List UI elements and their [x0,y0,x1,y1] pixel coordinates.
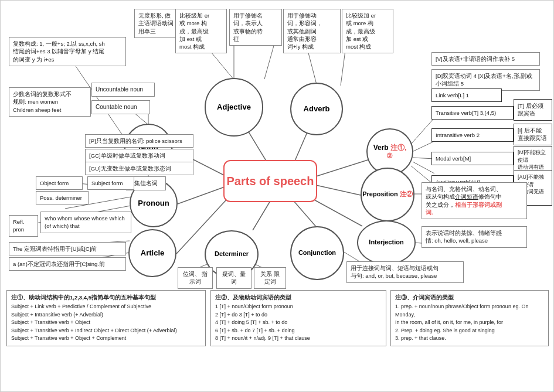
note1-title: 注①、助动词结构中的1,2,3,4,5指简单句的五种基本句型 [11,294,201,302]
note3-title: 注③、介词宾语的类型 [395,294,544,302]
the-note-box: The 定冠词表特指用于[U]或[C]前 [9,242,126,255]
center-node: Parts of speech [223,160,317,202]
intransitive-box: Intransitive verb 2 [431,128,514,142]
article-node: Article [128,229,176,277]
p-note-box: [P]只当复数用的名词: police scissors [85,134,193,148]
note2-line3: 4 [T] + doing 5 [T] + sb. + to do [215,319,382,327]
interj-desc-box: 表示说话时的某惊、情绪等惑情: oh, hello, well, please [422,226,527,248]
a-an-note-box: a (an)不定冠词表还指用于[C]sing.前 [9,257,126,271]
note2-line2: 2 [T] + do 3 [T] + to do [215,311,382,319]
conjunction-node: Conjunction [290,226,344,280]
gu-note-box: [GU]无变数主做单或复数形态词 [85,162,193,175]
note2-box: 注②、及物助动词宾语的类型 1 [T] + noun/Object form p… [210,290,386,346]
det-sub2-box: 疑词、量词 [216,267,251,289]
link-verb-box: Link verb[L] 1 [431,88,502,102]
transitive-box: Transitive verb[T] 3,(4,5) [431,106,514,120]
adj-comparative-box: 比较级加 er或 more 构成，最高级加 est 或most 构成 [175,9,227,53]
conj-desc-box: 用于连接词与词、短语与短语或句与句: and, or, but, because… [346,261,464,283]
few-plural-box: 少数名词的复数形式不规则: men womenChildren sheep fe… [9,87,91,117]
note1-line1: Subject + Link verb + Predictive / Compl… [11,303,201,311]
refl-pron-box: Refl. pron [9,215,38,237]
preposition-node: Preposition 注② [361,168,414,221]
note2-line1: 1 [T] + noun/Object form pronoun [215,303,382,311]
adv-comparative-box: 比较级加 er或 more 构成，最高级加 est 或most 构成 [342,9,393,53]
adverb-node: Adverb [290,83,343,135]
countable-box: Countable noun [91,100,150,114]
t-note-box: [T] 后必须跟宾语 [514,99,552,121]
dx-pattern-box: [D]双宾语动词 4 [X]及表语+名,形,副或小词组结 5 [431,69,540,91]
svg-line-8 [314,200,362,226]
plural-forms-box: 复数构成: 1, 一般+s; 2.以 ss,x,ch, sh结尾的词+es 3.… [9,37,126,66]
v-pattern-box: [V]及表语+非谓语的词作表补 5 [431,52,540,66]
center-label: Parts of speech [227,174,314,188]
note1-line5: Subject + Transitive verb + Object + Com… [11,335,201,343]
svg-line-20 [412,141,434,152]
note2-line4: 6 [T] + sb. + do 7 [T] + sb. + doing [215,327,382,335]
note2-title: 注②、及物助动词宾语的类型 [215,294,382,302]
note3-line4: 3. prep. + that clause. [395,335,544,343]
gc-note-box: [GC]单级时做单或复数形动词 [85,149,193,162]
svg-line-4 [178,187,225,204]
note1-line3: Subject + Transitive verb + Object [11,319,201,327]
note1-box: 注①、助动词结构中的1,2,3,4,5指简单句的五种基本句型 Subject +… [6,290,206,346]
det-sub1-box: 位词、 指示词 [178,267,213,289]
mind-map-canvas: Parts of speech Adjective Adverb Noun Ve… [0,0,554,392]
uncountable-box: Uncountable noun [91,83,155,97]
note1-line4: Subject + Transitive verb + Indirect Obj… [11,327,201,335]
svg-line-9 [253,201,270,230]
note3-line1: 1. prep. + noun/noun phrase/Object form … [395,303,544,319]
note3-box: 注③、介词宾语的类型 1. prep. + noun/noun phrase/O… [390,290,549,346]
svg-line-19 [411,118,434,144]
prep-desc-box: 与名词、充格代词、动名词、或从句构成介词短语修饰句中关之成分，相当于形容词或副词… [422,182,527,219]
adv-modify-box: 用于修饰动词，形容词，或其他副词通常由形容词+ly 构成 [283,9,341,53]
adjective-node: Adjective [205,78,263,137]
note1-line2: Subject + Intransitive verb (+ Adverbial… [11,311,201,319]
modal-box: Modal verb[M] [431,152,514,165]
i-note-box: [I] 后不能直接跟宾语 [514,124,552,145]
interjection-node: Interjection [357,220,416,265]
svg-line-7 [294,201,317,228]
who-whom-box: Who whom whose whose Which (of which) th… [40,212,131,233]
poss-det-box: Poss. determiner [36,191,89,204]
det-sub3-box: 关系 限定词 [254,267,286,289]
subj-form-box: Subject form [87,176,134,190]
svg-line-16 [264,42,275,79]
obj-form-box: Object form [36,176,83,190]
svg-line-5 [316,185,361,195]
note3-line3: 2. Prep. + doing eg. She is good at sing… [395,327,544,335]
note3-line2: In the room, all of it, on it, for me, i… [395,319,544,327]
note2-line5: 8 [T] + noun/it + n/adj. 9 [T] + that cl… [215,335,382,343]
adj-pred-box: 用于修饰名词，表示人或事物的特征 [229,9,282,46]
